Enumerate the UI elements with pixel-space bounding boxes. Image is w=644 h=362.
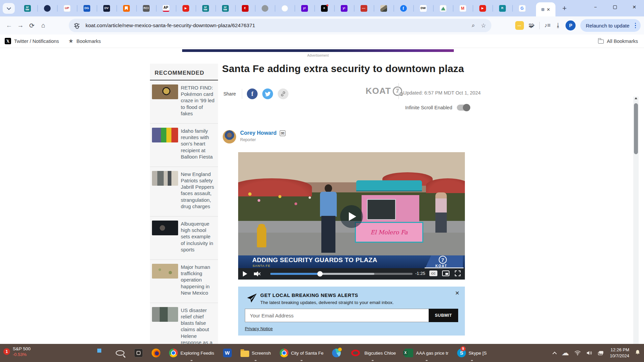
taskbar-app-taskview[interactable] [131,346,146,360]
fullscreen-button[interactable] [455,270,461,276]
progress-knob[interactable] [317,271,323,277]
taskbar-app-word[interactable]: W [220,346,234,360]
infinite-scroll-toggle[interactable] [457,105,470,111]
video-play-button[interactable] [340,205,363,228]
taskbar-app-start[interactable] [95,346,109,360]
pinned-tab-globe-gray[interactable] [255,3,275,14]
downloads-icon[interactable]: ⭳ [555,22,561,29]
email-input[interactable] [245,309,429,322]
taskbar-clock[interactable]: 12:26 PM 10/7/2024 [610,347,629,359]
forward-button[interactable]: → [15,20,26,31]
taskbar-app-chrome[interactable]: Exploring Feedis [166,346,217,360]
pinned-tab-trails[interactable] [433,3,453,14]
video-player[interactable]: El Molero Fa ADDING SECURITY GUARDS TO P… [238,152,465,280]
new-tab-button[interactable]: + [559,3,570,13]
pinned-tab-dw[interactable]: DW [413,3,433,14]
submit-button[interactable]: SUBMIT [429,309,458,322]
yellow-extension-icon[interactable]: ••• [515,21,524,30]
scrollbar-thumb[interactable] [634,103,638,154]
bookmark-bookmarks-folder[interactable]: ★ Bookmarks [64,37,106,46]
taskbar-app-folder[interactable]: Screensh [238,346,274,360]
browser-menu-icon[interactable] [633,23,638,28]
recommended-item[interactable]: US disaster relief chief blasts false cl… [150,303,218,344]
pinned-tab-yahoo[interactable]: y! [334,3,354,14]
taskbar-app-search[interactable] [112,346,128,360]
newsletter-close-icon[interactable]: ✕ [455,290,460,296]
pinned-tab-dots[interactable]: ••• [354,3,374,14]
email-envelope-icon[interactable]: ✉ [280,130,285,136]
url-text[interactable]: koat.com/article/new-mexico-santa-fe-sec… [86,22,255,28]
pinned-tab-espn[interactable]: E [235,3,255,14]
taskbar-app-excel[interactable]: AAA gas price tr [402,346,451,360]
taskbar-stock-widget[interactable]: 1 S&P 500 -0.53% [3,346,31,357]
taskbar-app-edge[interactable] [329,346,343,360]
play-button[interactable] [243,271,247,277]
taskbar-app-firefox[interactable] [149,346,163,360]
relaunch-to-update-button[interactable]: Relaunch to update [580,19,641,32]
share-copy-link-button[interactable] [278,88,288,99]
zoom-icon[interactable]: ⌕ [472,22,475,29]
recommended-item[interactable]: RETRO FIND: Pokémon card craze in '99 le… [150,80,218,124]
profile-avatar[interactable]: P [566,20,576,31]
recommended-item[interactable]: New England Patriots safety Jabrill Pepp… [150,167,218,217]
bookmark-twitter-notifications[interactable]: 𝕏 Twitter / Notifications [0,37,64,46]
pinned-tab-gmail[interactable]: M [453,3,473,14]
tab-close-icon[interactable]: ✕ [547,7,550,12]
tray-expand-icon[interactable] [552,352,557,356]
all-bookmarks-button[interactable]: All Bookmarks [598,39,638,44]
site-settings-icon[interactable] [74,23,79,28]
pinned-tab-sfnm[interactable]: SF NM [215,3,235,14]
pinned-tab-rci[interactable]: RCI [136,3,156,14]
home-button[interactable]: ⌂ [38,20,49,31]
pinned-tab-rio[interactable]: R [492,3,512,14]
window-close-button[interactable]: ✕ [625,0,644,14]
page-scrollbar[interactable] [633,97,639,344]
address-bar[interactable]: koat.com/article/new-mexico-santa-fe-sec… [69,19,491,32]
window-minimize-button[interactable]: − [586,0,605,14]
volume-icon[interactable] [586,350,592,356]
pinned-tab-upi[interactable]: UP [57,3,77,14]
pinned-tab-x[interactable]: X [314,3,334,14]
pinned-tab-youtube[interactable]: ▶ [176,3,196,14]
pinned-tab-dg[interactable]: DG [77,3,97,14]
mute-button[interactable] [254,271,261,277]
pinned-tab-dv[interactable]: DV [97,3,116,14]
author-name-link[interactable]: Corey Howard [240,130,276,136]
pinned-tab-facebook[interactable]: f [393,3,413,14]
privacy-notice-link[interactable]: Privacy Notice [245,326,273,331]
active-tab[interactable]: ✕ [536,2,555,16]
window-maximize-button[interactable] [605,0,625,14]
notifications-bell-icon[interactable] [635,349,641,357]
onedrive-cloud-icon[interactable]: ☁ [561,349,569,357]
video-progress-bar[interactable] [270,273,413,275]
pinned-tab-sfnm[interactable]: SF NM [17,3,37,14]
pinned-tab-youtube[interactable]: ▶ [473,3,492,14]
extensions-puzzle-icon[interactable]: 🧩︎ [529,22,535,29]
scrollbar-up-arrow[interactable] [635,97,637,99]
pinned-tab-yahoo[interactable]: y! [294,3,314,14]
pinned-tab-photo[interactable] [374,3,393,14]
pinned-tab-google[interactable]: G [512,3,532,14]
share-twitter-button[interactable] [262,88,273,99]
pinned-tab-seal[interactable] [37,3,57,14]
taskbar-app-skype[interactable]: S9Skype [S [454,346,489,360]
back-button[interactable]: ← [3,20,15,31]
pinned-tab-sfnm[interactable]: SF NM [196,3,215,14]
tab-search-chevron-button[interactable] [3,3,15,14]
pinned-tab-bookmark[interactable] [116,3,136,14]
taskbar-app-chrome[interactable]: City of Santa Fe [277,346,326,360]
pinned-tab-globe-blue[interactable] [275,3,294,14]
battery-icon[interactable] [598,350,604,356]
closed-captions-button[interactable]: CC [429,270,437,276]
pinned-tab-ap[interactable]: AP [156,3,176,14]
bookmark-star-icon[interactable]: ☆ [481,22,486,29]
wifi-icon[interactable] [574,350,581,356]
reload-button[interactable]: ⟳ [26,20,38,31]
picture-in-picture-button[interactable] [442,270,449,276]
recommended-item[interactable]: Idaho family reunites with son's heart r… [150,124,218,167]
media-queue-icon[interactable]: ♪≡ [544,22,550,29]
recommended-item[interactable]: Albuquerque high school sets example of … [150,217,218,260]
author-avatar[interactable] [223,130,236,143]
taskbar-app-opera[interactable]: Bigcuties Chloe [347,346,398,360]
share-facebook-button[interactable]: f [247,88,258,99]
